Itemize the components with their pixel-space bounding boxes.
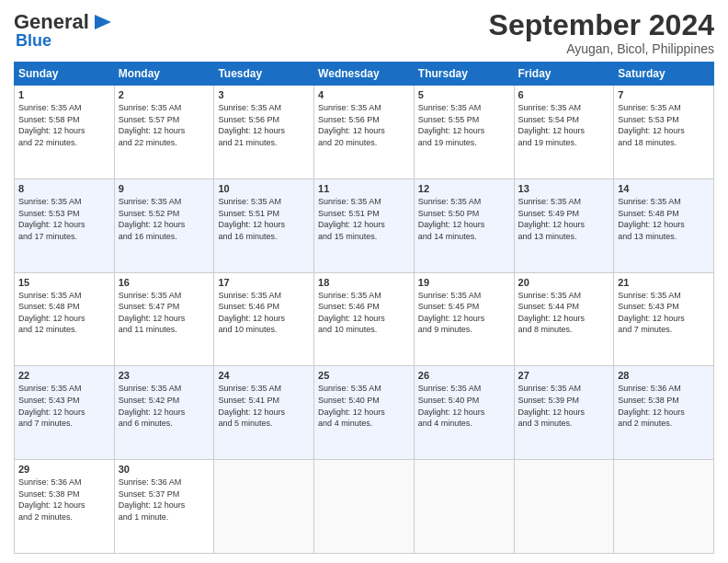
table-row: 21Sunrise: 5:35 AM Sunset: 5:43 PM Dayli… (614, 272, 714, 366)
table-row: 17Sunrise: 5:35 AM Sunset: 5:46 PM Dayli… (214, 272, 314, 366)
day-info: Sunrise: 5:35 AM Sunset: 5:53 PM Dayligh… (18, 196, 110, 242)
calendar-week-row: 15Sunrise: 5:35 AM Sunset: 5:48 PM Dayli… (15, 272, 714, 366)
day-info: Sunrise: 5:35 AM Sunset: 5:49 PM Dayligh… (518, 196, 610, 242)
table-row: 22Sunrise: 5:35 AM Sunset: 5:43 PM Dayli… (15, 366, 115, 460)
day-number: 16 (119, 277, 210, 288)
day-info: Sunrise: 5:35 AM Sunset: 5:55 PM Dayligh… (418, 102, 510, 148)
svg-marker-0 (95, 15, 111, 29)
table-row (614, 460, 714, 554)
day-number: 7 (618, 89, 710, 100)
day-number: 10 (218, 183, 310, 194)
day-number: 6 (518, 89, 610, 100)
table-row: 2Sunrise: 5:35 AM Sunset: 5:57 PM Daylig… (114, 86, 214, 179)
col-tuesday: Tuesday (214, 63, 314, 86)
table-row: 28Sunrise: 5:36 AM Sunset: 5:38 PM Dayli… (614, 366, 714, 460)
day-number: 30 (119, 464, 210, 475)
day-info: Sunrise: 5:35 AM Sunset: 5:57 PM Dayligh… (119, 102, 210, 148)
table-row: 6Sunrise: 5:35 AM Sunset: 5:54 PM Daylig… (514, 86, 614, 179)
day-number: 15 (18, 277, 110, 288)
day-info: Sunrise: 5:36 AM Sunset: 5:38 PM Dayligh… (618, 383, 710, 429)
day-number: 24 (218, 370, 310, 381)
day-number: 2 (119, 89, 210, 100)
day-info: Sunrise: 5:36 AM Sunset: 5:38 PM Dayligh… (18, 477, 110, 523)
day-info: Sunrise: 5:36 AM Sunset: 5:37 PM Dayligh… (119, 477, 210, 523)
day-info: Sunrise: 5:35 AM Sunset: 5:45 PM Dayligh… (418, 290, 510, 336)
table-row: 14Sunrise: 5:35 AM Sunset: 5:48 PM Dayli… (614, 178, 714, 272)
day-number: 26 (418, 370, 510, 381)
day-number: 12 (418, 183, 510, 194)
table-row: 12Sunrise: 5:35 AM Sunset: 5:50 PM Dayli… (414, 178, 514, 272)
col-wednesday: Wednesday (314, 63, 415, 86)
day-info: Sunrise: 5:35 AM Sunset: 5:56 PM Dayligh… (318, 102, 410, 148)
day-number: 9 (119, 183, 210, 194)
day-number: 5 (418, 89, 510, 100)
calendar-header-row: Sunday Monday Tuesday Wednesday Thursday… (15, 63, 714, 86)
day-number: 20 (518, 277, 610, 288)
col-sunday: Sunday (15, 63, 115, 86)
day-info: Sunrise: 5:35 AM Sunset: 5:44 PM Dayligh… (518, 290, 610, 336)
day-info: Sunrise: 5:35 AM Sunset: 5:50 PM Dayligh… (418, 196, 510, 242)
day-info: Sunrise: 5:35 AM Sunset: 5:42 PM Dayligh… (119, 383, 210, 429)
table-row: 16Sunrise: 5:35 AM Sunset: 5:47 PM Dayli… (114, 272, 214, 366)
day-number: 23 (119, 370, 210, 381)
day-number: 28 (618, 370, 710, 381)
table-row: 3Sunrise: 5:35 AM Sunset: 5:56 PM Daylig… (214, 86, 314, 179)
day-info: Sunrise: 5:35 AM Sunset: 5:39 PM Dayligh… (518, 383, 610, 429)
day-number: 25 (318, 370, 410, 381)
table-row: 15Sunrise: 5:35 AM Sunset: 5:48 PM Dayli… (15, 272, 115, 366)
day-info: Sunrise: 5:35 AM Sunset: 5:53 PM Dayligh… (618, 102, 710, 148)
day-info: Sunrise: 5:35 AM Sunset: 5:43 PM Dayligh… (618, 290, 710, 336)
col-monday: Monday (114, 63, 214, 86)
day-number: 18 (318, 277, 410, 288)
table-row (514, 460, 614, 554)
table-row: 18Sunrise: 5:35 AM Sunset: 5:46 PM Dayli… (314, 272, 415, 366)
day-number: 19 (418, 277, 510, 288)
day-number: 8 (18, 183, 110, 194)
calendar-page: General Blue September 2024 Ayugan, Bico… (0, 0, 728, 563)
day-number: 3 (218, 89, 310, 100)
table-row: 5Sunrise: 5:35 AM Sunset: 5:55 PM Daylig… (414, 86, 514, 179)
table-row: 10Sunrise: 5:35 AM Sunset: 5:51 PM Dayli… (214, 178, 314, 272)
day-info: Sunrise: 5:35 AM Sunset: 5:51 PM Dayligh… (318, 196, 410, 242)
day-number: 27 (518, 370, 610, 381)
day-number: 17 (218, 277, 310, 288)
day-number: 14 (618, 183, 710, 194)
location: Ayugan, Bicol, Philippines (489, 41, 714, 56)
day-info: Sunrise: 5:35 AM Sunset: 5:47 PM Dayligh… (119, 290, 210, 336)
day-info: Sunrise: 5:35 AM Sunset: 5:48 PM Dayligh… (618, 196, 710, 242)
table-row (314, 460, 415, 554)
day-number: 13 (518, 183, 610, 194)
day-info: Sunrise: 5:35 AM Sunset: 5:51 PM Dayligh… (218, 196, 310, 242)
table-row: 9Sunrise: 5:35 AM Sunset: 5:52 PM Daylig… (114, 178, 214, 272)
table-row: 13Sunrise: 5:35 AM Sunset: 5:49 PM Dayli… (514, 178, 614, 272)
header: General Blue September 2024 Ayugan, Bico… (14, 9, 714, 56)
table-row: 27Sunrise: 5:35 AM Sunset: 5:39 PM Dayli… (514, 366, 614, 460)
col-friday: Friday (514, 63, 614, 86)
day-info: Sunrise: 5:35 AM Sunset: 5:52 PM Dayligh… (119, 196, 210, 242)
calendar-table: Sunday Monday Tuesday Wednesday Thursday… (14, 62, 714, 554)
table-row: 30Sunrise: 5:36 AM Sunset: 5:37 PM Dayli… (114, 460, 214, 554)
table-row: 24Sunrise: 5:35 AM Sunset: 5:41 PM Dayli… (214, 366, 314, 460)
day-info: Sunrise: 5:35 AM Sunset: 5:48 PM Dayligh… (18, 290, 110, 336)
col-thursday: Thursday (414, 63, 514, 86)
day-number: 22 (18, 370, 110, 381)
calendar-week-row: 8Sunrise: 5:35 AM Sunset: 5:53 PM Daylig… (15, 178, 714, 272)
day-info: Sunrise: 5:35 AM Sunset: 5:40 PM Dayligh… (418, 383, 510, 429)
table-row: 23Sunrise: 5:35 AM Sunset: 5:42 PM Dayli… (114, 366, 214, 460)
col-saturday: Saturday (614, 63, 714, 86)
calendar-week-row: 1Sunrise: 5:35 AM Sunset: 5:58 PM Daylig… (15, 86, 714, 179)
day-number: 29 (18, 464, 110, 475)
table-row: 11Sunrise: 5:35 AM Sunset: 5:51 PM Dayli… (314, 178, 415, 272)
day-info: Sunrise: 5:35 AM Sunset: 5:46 PM Dayligh… (218, 290, 310, 336)
table-row: 25Sunrise: 5:35 AM Sunset: 5:40 PM Dayli… (314, 366, 415, 460)
table-row (214, 460, 314, 554)
table-row: 19Sunrise: 5:35 AM Sunset: 5:45 PM Dayli… (414, 272, 514, 366)
day-info: Sunrise: 5:35 AM Sunset: 5:41 PM Dayligh… (218, 383, 310, 429)
table-row (414, 460, 514, 554)
table-row: 4Sunrise: 5:35 AM Sunset: 5:56 PM Daylig… (314, 86, 415, 179)
logo: General Blue (14, 9, 117, 51)
day-info: Sunrise: 5:35 AM Sunset: 5:56 PM Dayligh… (218, 102, 310, 148)
day-info: Sunrise: 5:35 AM Sunset: 5:43 PM Dayligh… (18, 383, 110, 429)
day-info: Sunrise: 5:35 AM Sunset: 5:46 PM Dayligh… (318, 290, 410, 336)
table-row: 1Sunrise: 5:35 AM Sunset: 5:58 PM Daylig… (15, 86, 115, 179)
